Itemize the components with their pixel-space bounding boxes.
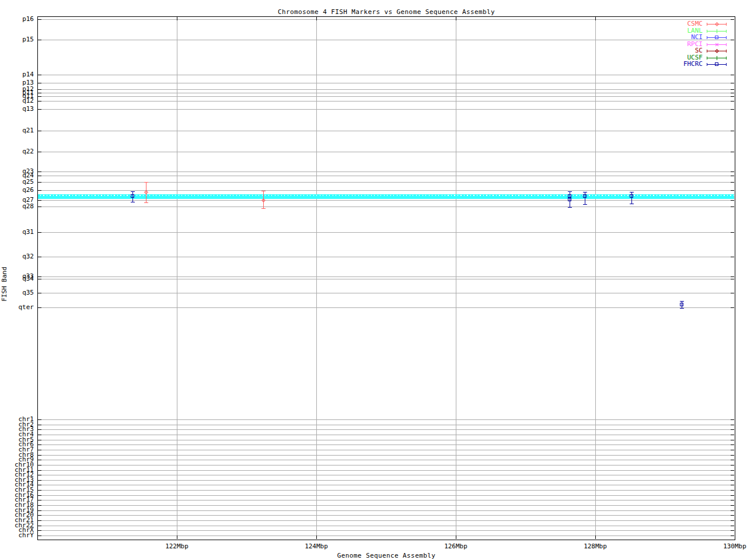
x-tick-label: 128Mbp xyxy=(572,543,619,550)
tick-left xyxy=(38,276,41,277)
tick-left xyxy=(38,495,41,496)
tick-bottom xyxy=(735,536,735,539)
y-band-label: q26 xyxy=(7,187,34,194)
gridline-y xyxy=(38,450,734,450)
gridline-y xyxy=(38,480,734,481)
tick-right xyxy=(731,419,734,420)
gridline-y xyxy=(38,495,734,496)
tick-left xyxy=(38,75,41,75)
gridline-y xyxy=(38,505,734,506)
gridline-y xyxy=(38,257,734,257)
gridline-y xyxy=(38,526,734,526)
gridline-y xyxy=(38,96,734,97)
tick-right xyxy=(731,176,734,176)
tick-right xyxy=(731,510,734,511)
error-cap xyxy=(680,301,684,302)
tick-left xyxy=(38,96,41,97)
tick-left xyxy=(38,490,41,491)
y-band-label: p14 xyxy=(7,71,34,78)
error-cap xyxy=(630,192,634,192)
tick-left xyxy=(38,444,41,445)
tick-right xyxy=(731,500,734,501)
tick-right xyxy=(731,530,734,531)
gridline-y xyxy=(38,435,734,435)
gridline-y xyxy=(38,206,734,207)
tick-left xyxy=(38,530,41,531)
tick-right xyxy=(731,480,734,481)
tick-right xyxy=(731,206,734,207)
x-tick-label: 122Mbp xyxy=(153,543,200,550)
tick-left xyxy=(38,515,41,516)
tick-right xyxy=(731,93,734,93)
tick-right xyxy=(731,515,734,516)
tick-left xyxy=(38,429,41,430)
tick-right xyxy=(731,460,734,460)
gridline-y xyxy=(38,460,734,460)
y-band-label: q22 xyxy=(7,148,34,155)
tick-right xyxy=(731,83,734,83)
tick-top xyxy=(735,17,735,20)
gridline-y xyxy=(38,19,734,20)
tick-right xyxy=(731,485,734,485)
tick-right xyxy=(731,131,734,131)
tick-right xyxy=(731,89,734,90)
x-tick-label: 126Mbp xyxy=(432,543,479,550)
y-band-label: qter xyxy=(7,304,34,311)
tick-right xyxy=(731,495,734,496)
tick-left xyxy=(38,460,41,460)
error-cap xyxy=(680,308,684,309)
tick-left xyxy=(38,425,41,425)
data-point-FHCRC xyxy=(131,194,134,198)
y-band-label: q31 xyxy=(7,229,34,236)
tick-left xyxy=(38,293,41,293)
tick-bottom xyxy=(595,536,596,539)
gridline-y xyxy=(38,131,734,131)
error-cap xyxy=(131,191,135,192)
error-cap xyxy=(568,207,572,208)
data-point-FHCRC xyxy=(630,194,633,198)
tick-left xyxy=(38,450,41,450)
tick-bottom xyxy=(456,536,456,539)
tick-right xyxy=(731,152,734,152)
gridline-x xyxy=(177,17,177,539)
tick-left xyxy=(38,419,41,420)
gridline-y xyxy=(38,475,734,475)
y-band-label: q35 xyxy=(7,289,34,296)
tick-left xyxy=(38,40,41,40)
error-bar-FHCRC xyxy=(631,192,632,204)
tick-right xyxy=(731,182,734,183)
gridline-y xyxy=(38,83,734,83)
tick-left xyxy=(38,485,41,485)
tick-right xyxy=(731,307,734,308)
x-tick-label: 130Mbp xyxy=(711,543,747,550)
gridline-y xyxy=(38,530,734,531)
data-point-FHCRC xyxy=(680,303,683,306)
tick-right xyxy=(731,257,734,257)
gridline-y xyxy=(38,307,734,308)
gridline-y xyxy=(38,520,734,521)
tick-left xyxy=(38,200,41,201)
tick-left xyxy=(38,470,41,471)
error-cap xyxy=(630,204,634,204)
gridline-y xyxy=(38,293,734,293)
tick-right xyxy=(731,470,734,471)
error-cap xyxy=(568,191,572,192)
gridline-y xyxy=(38,500,734,501)
tick-left xyxy=(38,190,41,191)
gridline-y xyxy=(38,429,734,430)
error-cap xyxy=(131,202,135,202)
tick-left xyxy=(38,500,41,501)
tick-right xyxy=(731,75,734,75)
gridline-x xyxy=(316,17,317,539)
y-band-label: q21 xyxy=(7,127,34,134)
gridline-y xyxy=(38,93,734,93)
gridline-y xyxy=(38,444,734,445)
tick-right xyxy=(731,450,734,450)
tick-right xyxy=(731,425,734,425)
gridline-x xyxy=(595,17,596,539)
tick-right xyxy=(731,19,734,20)
gridline-y xyxy=(38,182,734,183)
gridline-y xyxy=(38,232,734,233)
tick-right xyxy=(731,526,734,526)
tick-bottom xyxy=(177,536,177,539)
